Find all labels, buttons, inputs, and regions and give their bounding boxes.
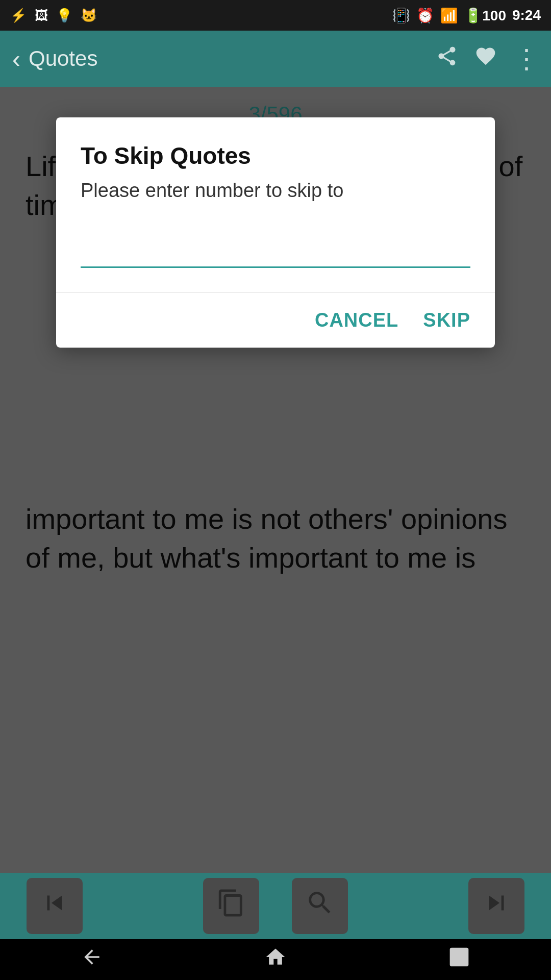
image-icon: 🖼 — [35, 8, 48, 23]
dialog-title: To Skip Quotes — [81, 142, 470, 169]
next-button[interactable] — [468, 878, 524, 934]
copy-icon — [216, 888, 246, 924]
cancel-button[interactable]: CANCEL — [315, 309, 398, 331]
dialog-overlay: To Skip Quotes Please enter number to sk… — [0, 87, 551, 873]
prev-icon — [40, 888, 69, 924]
main-content: 3/596 Life is too short to waste any amo… — [0, 87, 551, 873]
status-bar: ⚡ 🖼 💡 🐱 📳 ⏰ 📶 🔋100 9:24 — [0, 0, 551, 31]
skip-dialog: To Skip Quotes Please enter number to sk… — [56, 117, 495, 348]
usb-icon: ⚡ — [10, 8, 27, 23]
dialog-input-area — [56, 232, 495, 268]
home-nav-icon[interactable] — [264, 946, 287, 973]
app-bar-icons: ⋮ — [436, 43, 539, 74]
bug-icon: 🐱 — [81, 8, 97, 23]
signal-icon: 📶 — [440, 7, 458, 24]
skip-number-input[interactable] — [81, 232, 470, 268]
favorite-icon[interactable] — [474, 45, 497, 72]
bulb-icon: 💡 — [56, 8, 72, 23]
dialog-actions: CANCEL SKIP — [56, 293, 495, 348]
time-display: 9:24 — [512, 7, 541, 23]
next-icon — [482, 888, 511, 924]
alarm-icon: ⏰ — [416, 7, 434, 24]
vibrate-icon: 📳 — [392, 7, 410, 24]
battery-icon: 🔋100 — [464, 7, 506, 24]
search-button[interactable] — [292, 878, 348, 934]
skip-button[interactable]: SKIP — [423, 309, 470, 331]
app-title: Quotes — [29, 46, 436, 71]
copy-button[interactable] — [203, 878, 259, 934]
app-bar: ‹ Quotes ⋮ — [0, 31, 551, 87]
dialog-content: To Skip Quotes Please enter number to sk… — [56, 117, 495, 202]
back-button[interactable]: ‹ — [12, 45, 20, 73]
status-bar-left: ⚡ 🖼 💡 🐱 — [10, 8, 97, 23]
dialog-subtitle: Please enter number to skip to — [81, 180, 470, 202]
nav-bar — [0, 939, 551, 980]
spacer-left — [115, 878, 171, 934]
bottom-bar — [0, 873, 551, 939]
spacer-right — [380, 878, 436, 934]
search-icon — [305, 888, 335, 924]
status-bar-right: 📳 ⏰ 📶 🔋100 9:24 — [392, 7, 541, 24]
more-options-icon[interactable]: ⋮ — [513, 43, 539, 74]
share-icon[interactable] — [436, 45, 458, 72]
prev-button[interactable] — [27, 878, 83, 934]
recent-nav-icon[interactable] — [448, 946, 470, 973]
back-nav-icon[interactable] — [81, 946, 103, 973]
